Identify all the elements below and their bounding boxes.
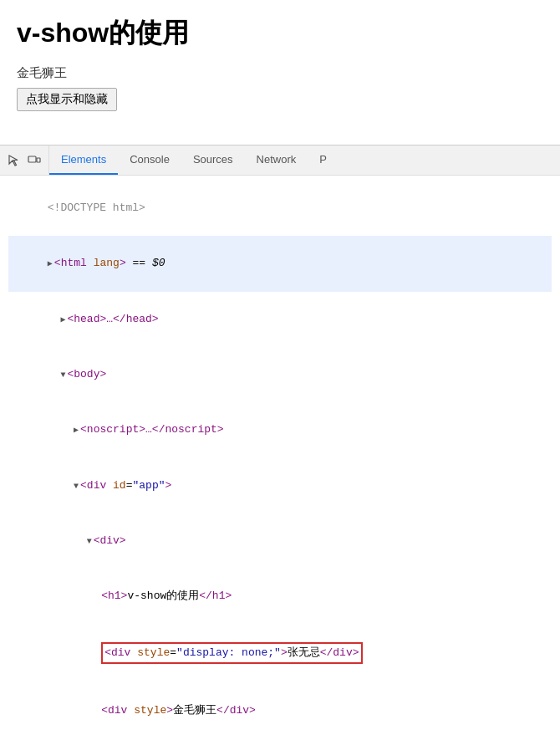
tab-more[interactable]: P: [308, 145, 339, 175]
html-line[interactable]: <html lang> == $0: [8, 236, 552, 291]
devtools-panel: Elements Console Sources Network P <!DOC…: [0, 145, 560, 735]
tab-network[interactable]: Network: [245, 145, 308, 175]
div-jinmao-line[interactable]: <div style>金毛狮王</div>: [8, 683, 552, 735]
div-app-open-line[interactable]: <div id="app">: [8, 457, 552, 513]
page-content: v-show的使用 金毛狮王 点我显示和隐藏: [0, 0, 560, 120]
div-inner-open-line[interactable]: <div>: [8, 513, 552, 569]
inspect-icon[interactable]: [7, 153, 22, 168]
body-open-line[interactable]: <body>: [8, 347, 552, 402]
toggle-button[interactable]: 点我显示和隐藏: [17, 88, 117, 111]
tab-elements[interactable]: Elements: [49, 145, 118, 175]
h1-line[interactable]: <h1>v-show的使用</h1>: [8, 569, 552, 624]
head-line[interactable]: <head>…</head>: [8, 292, 552, 347]
author-text: 金毛狮王: [17, 65, 543, 81]
device-toggle-icon[interactable]: [27, 153, 42, 168]
svg-rect-0: [28, 156, 36, 162]
devtools-toolbar: Elements Console Sources Network P: [0, 145, 560, 176]
doctype-line: <!DOCTYPE html>: [8, 181, 552, 236]
page-title: v-show的使用: [17, 15, 543, 52]
devtools-tabs: Elements Console Sources Network P: [49, 145, 339, 175]
svg-rect-1: [37, 158, 40, 162]
devtools-icon-group: [0, 145, 49, 175]
tab-console[interactable]: Console: [118, 145, 181, 175]
noscript-line[interactable]: <noscript>…</noscript>: [8, 402, 552, 457]
devtools-dom-tree: <!DOCTYPE html> <html lang> == $0 <head>…: [0, 176, 560, 735]
tab-sources[interactable]: Sources: [181, 145, 245, 175]
div-zhangwuji-line[interactable]: <div style="display: none;">张无忌</div>: [8, 624, 552, 682]
